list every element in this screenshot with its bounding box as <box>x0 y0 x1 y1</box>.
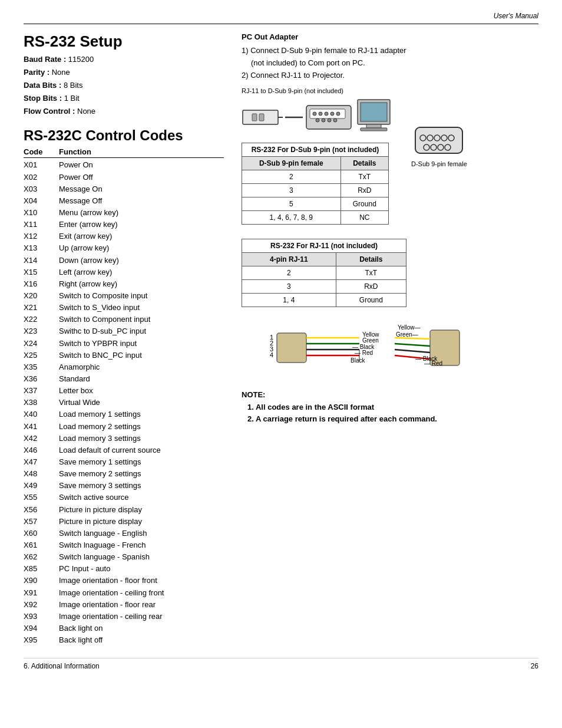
code-cell: X92 <box>24 599 47 611</box>
code-cell: X12 <box>24 230 47 242</box>
table-row: X55Switch active source <box>24 492 224 503</box>
cable-wiring-svg: 1 2 3 4 Yellow Green — Black — Red <box>242 315 495 380</box>
table-row: X94Back light on <box>24 622 224 634</box>
function-cell: Save memory 3 settings <box>59 480 224 492</box>
table-row: X12Exit (arrow key) <box>24 230 224 242</box>
stop-bits-row: Stop Bits : 1 Bit <box>24 92 224 105</box>
svg-rect-1 <box>252 114 257 121</box>
parity-label: Parity : <box>24 68 49 77</box>
table-row: X15Left (arrow key) <box>24 266 224 278</box>
pc-out-steps: 1) Connect D-Sub 9-pin female to RJ-11 a… <box>242 45 538 81</box>
svg-text:Black: Black <box>351 357 365 364</box>
svg-rect-17 <box>361 103 387 121</box>
function-cell: Right (arrow key) <box>59 278 224 290</box>
notes-section: NOTE: 1. All codes are in the ASCII form… <box>242 390 538 423</box>
cable-icon <box>285 114 303 120</box>
flow-control-row: Flow Control : None <box>24 105 224 118</box>
function-cell: Load default of current source <box>59 444 224 456</box>
svg-text:— Red: — Red <box>424 360 442 367</box>
table-row: X04Message Off <box>24 195 224 207</box>
table-row: X91Image orientation - ceiling front <box>24 587 224 599</box>
table-row: 5Ground <box>242 197 389 211</box>
function-cell: Switch lnaguage - French <box>59 539 224 551</box>
table-row: X47Save memory 1 settings <box>24 456 224 468</box>
code-cell: X62 <box>24 551 47 563</box>
table-row: 3RxD <box>242 184 389 197</box>
svg-rect-2 <box>259 114 264 121</box>
table-row: X23Swithc to D-sub_PC input <box>24 325 224 337</box>
rj11-col1-header: 4-pin RJ-11 <box>242 253 336 266</box>
data-bits-value: 8 Bits <box>64 81 83 90</box>
table-row: X41Load memory 2 settings <box>24 421 224 433</box>
table-row: 1, 4, 6, 7, 8, 9NC <box>242 211 389 225</box>
table-row: X37Letter box <box>24 385 224 397</box>
function-cell: Message Off <box>59 195 224 207</box>
pc-out-title: PC Out Adapter <box>242 32 538 41</box>
rj11-label: RJ-11 to D-Sub 9-pin (not included) <box>242 87 396 94</box>
code-cell: X14 <box>24 255 47 266</box>
detail-cell: TxT <box>340 170 388 184</box>
cable-diagram: 1 2 3 4 Yellow Green — Black — Red <box>242 315 538 382</box>
function-cell: Save memory 2 settings <box>59 468 224 480</box>
svg-text:— Red: — Red <box>355 350 373 356</box>
table-row: X24Switch to YPBPR input <box>24 338 224 350</box>
svg-rect-18 <box>366 124 381 128</box>
table-row: X62Switch language - Spanish <box>24 551 224 563</box>
svg-point-10 <box>330 112 334 116</box>
function-cell: Save memory 1 settings <box>59 456 224 468</box>
table-row: X03Message On <box>24 183 224 195</box>
table-row: X11Enter (arrow key) <box>24 219 224 230</box>
left-column: RS-232 Setup Baud Rate : 115200 Parity :… <box>24 32 224 646</box>
code-cell: X49 <box>24 480 47 492</box>
code-cell: X36 <box>24 373 47 385</box>
table-row: X10Menu (arrow key) <box>24 207 224 219</box>
pin-cell: 3 <box>242 280 336 294</box>
rj11-table: 4-pin RJ-11 Details 2TxT3RxD1, 4Ground <box>242 252 406 307</box>
function-cell: Left (arrow key) <box>59 266 224 278</box>
function-cell: Virtual Wide <box>59 397 224 409</box>
baud-rate-label: Baud Rate : <box>24 55 66 64</box>
computer-icon <box>355 97 396 138</box>
svg-rect-30 <box>277 333 306 363</box>
table-row: X22Switch to Component input <box>24 314 224 325</box>
function-cell: Image orientation - ceiling front <box>59 587 224 599</box>
code-cell: X95 <box>24 634 47 646</box>
table-row: X57Picture in picture display <box>24 516 224 528</box>
function-cell: Switch to BNC_PC input <box>59 350 224 361</box>
table-row: X46Load default of current source <box>24 444 224 456</box>
baud-rate-value: 115200 <box>68 55 94 64</box>
function-cell: Message On <box>59 183 224 195</box>
table-row: 1, 4Ground <box>242 294 406 307</box>
stop-bits-value: 1 Bit <box>64 94 80 103</box>
function-cell: Switch language - Spanish <box>59 551 224 563</box>
code-cell: X35 <box>24 361 47 373</box>
svg-text:Green: Green <box>362 337 379 344</box>
code-cell: X91 <box>24 587 47 599</box>
svg-point-9 <box>325 112 328 116</box>
code-cell: X11 <box>24 219 47 230</box>
function-cell: Menu (arrow key) <box>59 207 224 219</box>
table-row: X40Load memory 1 settings <box>24 409 224 420</box>
function-cell: Switch language - English <box>59 528 224 539</box>
footer: 6. Additional Information 26 <box>24 658 538 670</box>
table-row: 3RxD <box>242 280 406 294</box>
detail-cell: RxD <box>340 184 388 197</box>
table-row: 2TxT <box>242 266 406 280</box>
manual-label: User's Manual <box>494 12 538 20</box>
dsub-col1-header: D-Sub 9-pin female <box>242 157 341 170</box>
table-row: X61Switch lnaguage - French <box>24 539 224 551</box>
table-row: X21Switch to S_Video input <box>24 302 224 314</box>
code-cell: X25 <box>24 350 47 361</box>
table-row: X36Standard <box>24 373 224 385</box>
svg-point-7 <box>313 112 316 116</box>
note-2: 2. A carriage return is required after e… <box>247 414 538 423</box>
function-cell: Picture in picture display <box>59 516 224 528</box>
svg-line-46 <box>395 350 430 353</box>
code-cell: X42 <box>24 433 47 444</box>
function-cell: Back light on <box>59 622 224 634</box>
table-row: X16Right (arrow key) <box>24 278 224 290</box>
detail-cell: RxD <box>336 280 406 294</box>
function-cell: Load memory 2 settings <box>59 421 224 433</box>
code-cell: X15 <box>24 266 47 278</box>
pin-cell: 5 <box>242 197 341 211</box>
